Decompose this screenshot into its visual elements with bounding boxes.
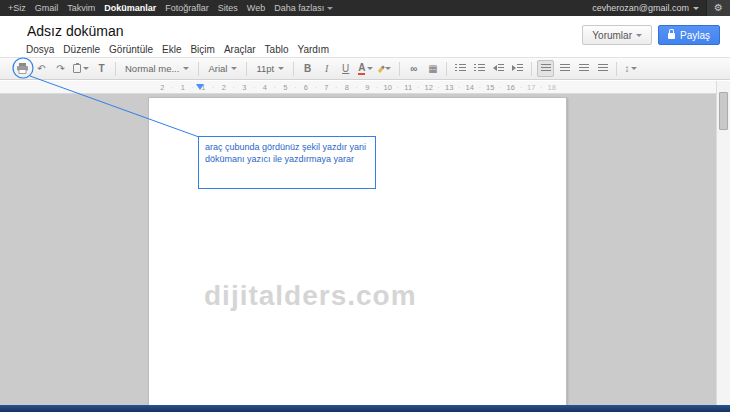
line-spacing-button[interactable]: ↕ bbox=[622, 60, 639, 77]
topbar-link[interactable]: Fotoğraflar bbox=[165, 3, 209, 13]
topbar-nav: +SizGmailTakvimDokümanlarFotoğraflarSite… bbox=[0, 3, 333, 13]
print-button[interactable] bbox=[14, 60, 31, 77]
style-dropdown[interactable]: Normal me... bbox=[121, 60, 193, 77]
clipboard-icon bbox=[73, 64, 81, 73]
align-left-icon bbox=[541, 64, 551, 73]
google-topbar: +SizGmailTakvimDokümanlarFotoğraflarSite… bbox=[0, 0, 730, 16]
annotation-note: araç çubunda gördünüz şekil yazdır yani … bbox=[198, 136, 376, 189]
font-dropdown[interactable]: Arial bbox=[204, 60, 241, 77]
menu-item[interactable]: Görüntüle bbox=[109, 44, 153, 55]
highlight-button[interactable] bbox=[377, 60, 394, 77]
settings-button[interactable]: ⚙ bbox=[706, 0, 730, 16]
underline-button[interactable]: U bbox=[337, 60, 354, 77]
indent-icon bbox=[512, 64, 523, 73]
ruler-number: 3 bbox=[234, 83, 255, 92]
topbar-link[interactable]: Dokümanlar bbox=[104, 3, 156, 13]
italic-icon: I bbox=[325, 64, 328, 74]
menu-bar: DosyaDüzenleGörüntüleEkleBiçimAraçlarTab… bbox=[26, 44, 329, 55]
chevron-down-icon bbox=[83, 67, 89, 70]
text-color-button[interactable]: A bbox=[356, 60, 375, 77]
toolbar: ↶ ↷ T Normal me... Arial 11pt B bbox=[0, 57, 730, 80]
ruler-number: 13 bbox=[439, 83, 460, 92]
image-button[interactable]: ▦ bbox=[424, 60, 441, 77]
menu-item[interactable]: Düzenle bbox=[63, 44, 100, 55]
font-size-value: 11pt bbox=[256, 63, 274, 74]
menu-item[interactable]: Biçim bbox=[190, 44, 214, 55]
comments-button[interactable]: Yorumlar bbox=[582, 25, 652, 45]
chevron-down-icon bbox=[636, 34, 642, 37]
ruler[interactable]: 21123456789101112131415161718 bbox=[0, 81, 716, 94]
share-label: Paylaş bbox=[680, 30, 710, 41]
menu-item[interactable]: Yardım bbox=[297, 44, 329, 55]
font-value: Arial bbox=[208, 63, 227, 74]
taskbar-strip bbox=[0, 405, 730, 412]
lock-icon bbox=[668, 33, 675, 39]
menu-item[interactable]: Tablo bbox=[265, 44, 289, 55]
topbar-link[interactable]: Daha fazlası bbox=[274, 3, 333, 13]
undo-icon: ↶ bbox=[37, 64, 45, 74]
align-left-button[interactable] bbox=[537, 60, 554, 77]
google-docs-app: +SizGmailTakvimDokümanlarFotoğraflarSite… bbox=[0, 0, 730, 412]
ruler-number: 17 bbox=[521, 83, 542, 92]
font-size-dropdown[interactable]: 11pt bbox=[252, 60, 288, 77]
redo-button[interactable]: ↷ bbox=[52, 60, 69, 77]
toolbar-separator bbox=[198, 62, 199, 76]
ruler-number: 7 bbox=[316, 83, 337, 92]
toolbar-separator bbox=[115, 62, 116, 76]
topbar-link[interactable]: Takvim bbox=[67, 3, 95, 13]
toolbar-separator bbox=[531, 62, 532, 76]
align-right-icon bbox=[579, 64, 589, 73]
ruler-number: 6 bbox=[296, 83, 317, 92]
indent-marker[interactable] bbox=[196, 84, 204, 90]
paint-format-button[interactable]: T bbox=[93, 60, 110, 77]
bullet-list-icon bbox=[474, 64, 485, 73]
bold-icon: B bbox=[304, 64, 311, 74]
link-button[interactable]: ∞ bbox=[405, 60, 422, 77]
topbar-link[interactable]: Web bbox=[247, 3, 265, 13]
toolbar-separator bbox=[246, 62, 247, 76]
align-right-button[interactable] bbox=[575, 60, 592, 77]
topbar-link[interactable]: +Siz bbox=[8, 3, 26, 13]
bullet-list-button[interactable] bbox=[471, 60, 488, 77]
menu-item[interactable]: Dosya bbox=[26, 44, 54, 55]
ruler-number: 12 bbox=[419, 83, 440, 92]
outdent-button[interactable] bbox=[490, 60, 507, 77]
justify-icon bbox=[598, 64, 608, 73]
toolbar-separator bbox=[616, 62, 617, 76]
menu-item[interactable]: Ekle bbox=[162, 44, 181, 55]
undo-button[interactable]: ↶ bbox=[33, 60, 50, 77]
toolbar-separator bbox=[446, 62, 447, 76]
account-email: cevherozan@gmail.com bbox=[592, 3, 689, 13]
chevron-down-icon bbox=[231, 67, 237, 70]
ruler-numbers: 21123456789101112131415161718 bbox=[152, 81, 562, 93]
numbered-list-icon bbox=[455, 64, 466, 73]
justify-button[interactable] bbox=[594, 60, 611, 77]
scrollbar-thumb[interactable] bbox=[719, 92, 728, 130]
ruler-number: 1 bbox=[173, 83, 194, 92]
ruler-number: 8 bbox=[337, 83, 358, 92]
chevron-down-icon bbox=[693, 7, 699, 10]
indent-button[interactable] bbox=[509, 60, 526, 77]
redo-icon: ↷ bbox=[56, 64, 64, 74]
ruler-number: 18 bbox=[542, 83, 563, 92]
ruler-number: 2 bbox=[152, 83, 173, 92]
toolbar-separator bbox=[399, 62, 400, 76]
paint-format-icon: T bbox=[98, 64, 104, 74]
bold-button[interactable]: B bbox=[299, 60, 316, 77]
menu-item[interactable]: Araçlar bbox=[224, 44, 256, 55]
topbar-link[interactable]: Sites bbox=[218, 3, 238, 13]
ruler-number: 11 bbox=[398, 83, 419, 92]
account-menu[interactable]: cevherozan@gmail.com bbox=[592, 3, 699, 13]
vertical-scrollbar[interactable] bbox=[716, 81, 730, 405]
document-title[interactable]: Adsız doküman bbox=[27, 23, 124, 39]
numbered-list-button[interactable] bbox=[452, 60, 469, 77]
ruler-number: 14 bbox=[460, 83, 481, 92]
italic-button[interactable]: I bbox=[318, 60, 335, 77]
align-center-button[interactable] bbox=[556, 60, 573, 77]
style-value: Normal me... bbox=[125, 63, 179, 74]
topbar-link[interactable]: Gmail bbox=[35, 3, 59, 13]
web-clipboard-button[interactable] bbox=[71, 60, 91, 77]
ruler-number: 9 bbox=[357, 83, 378, 92]
chevron-down-icon bbox=[183, 67, 189, 70]
share-button[interactable]: Paylaş bbox=[658, 25, 720, 45]
